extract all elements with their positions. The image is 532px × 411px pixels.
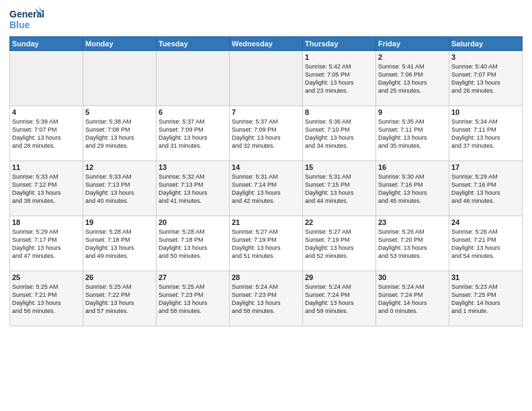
day-number: 1 — [305, 53, 373, 61]
day-number: 26 — [85, 273, 154, 281]
day-number: 15 — [305, 163, 373, 171]
day-number: 25 — [12, 273, 81, 281]
calendar-cell: 3Sunrise: 5:40 AM Sunset: 7:07 PM Daylig… — [449, 51, 523, 106]
day-info: Sunrise: 5:36 AM Sunset: 7:10 PM Dayligh… — [305, 118, 373, 150]
day-number: 3 — [451, 53, 520, 61]
day-info: Sunrise: 5:41 AM Sunset: 7:06 PM Dayligh… — [378, 62, 447, 95]
day-info: Sunrise: 5:42 AM Sunset: 7:05 PM Dayligh… — [305, 62, 373, 95]
day-number: 18 — [12, 218, 81, 226]
day-number: 28 — [232, 273, 300, 281]
calendar-cell — [10, 51, 83, 106]
day-number: 19 — [85, 218, 154, 226]
day-number: 29 — [305, 273, 373, 281]
calendar-cell: 17Sunrise: 5:29 AM Sunset: 7:16 PM Dayli… — [449, 161, 523, 216]
day-info: Sunrise: 5:27 AM Sunset: 7:19 PM Dayligh… — [232, 228, 300, 261]
calendar-cell: 25Sunrise: 5:25 AM Sunset: 7:21 PM Dayli… — [10, 271, 83, 326]
day-info: Sunrise: 5:25 AM Sunset: 7:23 PM Dayligh… — [159, 283, 227, 316]
day-info: Sunrise: 5:37 AM Sunset: 7:09 PM Dayligh… — [232, 118, 300, 150]
calendar-cell: 12Sunrise: 5:33 AM Sunset: 7:13 PM Dayli… — [83, 161, 157, 216]
day-number: 30 — [378, 273, 447, 281]
day-number: 22 — [305, 218, 373, 226]
calendar-cell: 23Sunrise: 5:26 AM Sunset: 7:20 PM Dayli… — [376, 216, 449, 271]
calendar-cell: 13Sunrise: 5:32 AM Sunset: 7:13 PM Dayli… — [157, 161, 230, 216]
day-info: Sunrise: 5:39 AM Sunset: 7:07 PM Dayligh… — [12, 118, 81, 150]
day-number: 12 — [85, 163, 154, 171]
weekday-header-row: SundayMondayTuesdayWednesdayThursdayFrid… — [10, 37, 523, 51]
calendar-cell: 27Sunrise: 5:25 AM Sunset: 7:23 PM Dayli… — [157, 271, 230, 326]
weekday-header: Thursday — [303, 37, 376, 51]
weekday-header: Friday — [376, 37, 449, 51]
calendar-week-row: 1Sunrise: 5:42 AM Sunset: 7:05 PM Daylig… — [10, 51, 523, 106]
weekday-header: Monday — [83, 37, 157, 51]
day-info: Sunrise: 5:27 AM Sunset: 7:19 PM Dayligh… — [305, 228, 373, 261]
day-info: Sunrise: 5:33 AM Sunset: 7:13 PM Dayligh… — [85, 173, 154, 205]
day-info: Sunrise: 5:24 AM Sunset: 7:24 PM Dayligh… — [305, 283, 373, 316]
calendar-body: 1Sunrise: 5:42 AM Sunset: 7:05 PM Daylig… — [10, 51, 523, 326]
calendar-cell — [230, 51, 303, 106]
calendar-cell: 14Sunrise: 5:31 AM Sunset: 7:14 PM Dayli… — [230, 161, 303, 216]
day-number: 31 — [451, 273, 520, 281]
calendar-cell: 7Sunrise: 5:37 AM Sunset: 7:09 PM Daylig… — [230, 106, 303, 161]
calendar-cell: 29Sunrise: 5:24 AM Sunset: 7:24 PM Dayli… — [303, 271, 376, 326]
day-number: 11 — [12, 163, 81, 171]
day-number: 16 — [378, 163, 447, 171]
day-number: 23 — [378, 218, 447, 226]
calendar-cell: 6Sunrise: 5:37 AM Sunset: 7:09 PM Daylig… — [157, 106, 230, 161]
calendar-cell: 11Sunrise: 5:33 AM Sunset: 7:12 PM Dayli… — [10, 161, 83, 216]
day-info: Sunrise: 5:28 AM Sunset: 7:18 PM Dayligh… — [85, 228, 154, 261]
calendar-cell: 10Sunrise: 5:34 AM Sunset: 7:11 PM Dayli… — [449, 106, 523, 161]
day-info: Sunrise: 5:26 AM Sunset: 7:20 PM Dayligh… — [378, 228, 447, 261]
calendar-week-row: 11Sunrise: 5:33 AM Sunset: 7:12 PM Dayli… — [10, 161, 523, 216]
day-number: 9 — [378, 108, 447, 116]
logo-svg: GeneralBlue — [9, 7, 44, 32]
day-number: 10 — [451, 108, 520, 116]
day-number: 20 — [159, 218, 227, 226]
day-info: Sunrise: 5:26 AM Sunset: 7:21 PM Dayligh… — [451, 228, 520, 261]
day-number: 7 — [232, 108, 300, 116]
day-info: Sunrise: 5:31 AM Sunset: 7:15 PM Dayligh… — [305, 173, 373, 205]
day-info: Sunrise: 5:32 AM Sunset: 7:13 PM Dayligh… — [159, 173, 227, 205]
day-number: 21 — [232, 218, 300, 226]
day-info: Sunrise: 5:40 AM Sunset: 7:07 PM Dayligh… — [451, 62, 520, 95]
day-info: Sunrise: 5:38 AM Sunset: 7:08 PM Dayligh… — [85, 118, 154, 150]
calendar-cell: 20Sunrise: 5:28 AM Sunset: 7:18 PM Dayli… — [157, 216, 230, 271]
day-number: 13 — [159, 163, 227, 171]
day-info: Sunrise: 5:25 AM Sunset: 7:21 PM Dayligh… — [12, 283, 81, 316]
calendar-week-row: 18Sunrise: 5:29 AM Sunset: 7:17 PM Dayli… — [10, 216, 523, 271]
svg-text:Blue: Blue — [9, 19, 30, 30]
day-info: Sunrise: 5:34 AM Sunset: 7:11 PM Dayligh… — [451, 118, 520, 150]
calendar-cell: 19Sunrise: 5:28 AM Sunset: 7:18 PM Dayli… — [83, 216, 157, 271]
day-info: Sunrise: 5:23 AM Sunset: 7:25 PM Dayligh… — [451, 283, 520, 316]
day-number: 27 — [159, 273, 227, 281]
calendar-cell: 30Sunrise: 5:24 AM Sunset: 7:24 PM Dayli… — [376, 271, 449, 326]
calendar-cell — [157, 51, 230, 106]
logo: GeneralBlue — [9, 7, 44, 32]
day-info: Sunrise: 5:30 AM Sunset: 7:16 PM Dayligh… — [378, 173, 447, 205]
weekday-header: Tuesday — [157, 37, 230, 51]
day-number: 17 — [451, 163, 520, 171]
calendar-cell: 21Sunrise: 5:27 AM Sunset: 7:19 PM Dayli… — [230, 216, 303, 271]
calendar-cell — [83, 51, 157, 106]
day-info: Sunrise: 5:35 AM Sunset: 7:11 PM Dayligh… — [378, 118, 447, 150]
calendar-cell: 1Sunrise: 5:42 AM Sunset: 7:05 PM Daylig… — [303, 51, 376, 106]
calendar-table: SundayMondayTuesdayWednesdayThursdayFrid… — [9, 36, 523, 326]
day-info: Sunrise: 5:29 AM Sunset: 7:16 PM Dayligh… — [451, 173, 520, 205]
calendar-cell: 15Sunrise: 5:31 AM Sunset: 7:15 PM Dayli… — [303, 161, 376, 216]
day-info: Sunrise: 5:25 AM Sunset: 7:22 PM Dayligh… — [85, 283, 154, 316]
day-info: Sunrise: 5:28 AM Sunset: 7:18 PM Dayligh… — [159, 228, 227, 261]
day-number: 5 — [85, 108, 154, 116]
day-info: Sunrise: 5:33 AM Sunset: 7:12 PM Dayligh… — [12, 173, 81, 205]
calendar-cell: 16Sunrise: 5:30 AM Sunset: 7:16 PM Dayli… — [376, 161, 449, 216]
weekday-header: Sunday — [10, 37, 83, 51]
calendar-week-row: 4Sunrise: 5:39 AM Sunset: 7:07 PM Daylig… — [10, 106, 523, 161]
calendar-cell: 28Sunrise: 5:24 AM Sunset: 7:23 PM Dayli… — [230, 271, 303, 326]
day-number: 24 — [451, 218, 520, 226]
weekday-header: Saturday — [449, 37, 523, 51]
calendar-cell: 18Sunrise: 5:29 AM Sunset: 7:17 PM Dayli… — [10, 216, 83, 271]
calendar-cell: 31Sunrise: 5:23 AM Sunset: 7:25 PM Dayli… — [449, 271, 523, 326]
calendar-container: GeneralBlue SundayMondayTuesdayWednesday… — [0, 0, 532, 411]
day-number: 8 — [305, 108, 373, 116]
day-number: 6 — [159, 108, 227, 116]
calendar-thead: SundayMondayTuesdayWednesdayThursdayFrid… — [10, 37, 523, 51]
weekday-header: Wednesday — [230, 37, 303, 51]
